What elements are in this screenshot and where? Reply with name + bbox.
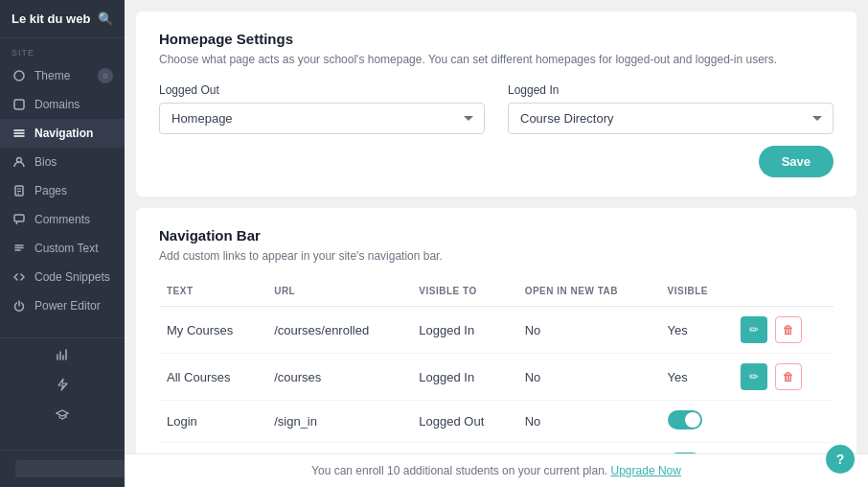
sidebar-item-label: Theme	[34, 69, 70, 82]
cell-open-new-tab: No	[517, 443, 660, 454]
svg-rect-4	[14, 215, 24, 221]
sidebar-item-comments[interactable]: Comments	[0, 205, 125, 234]
save-row: Save	[159, 146, 834, 177]
col-open-in-new-tab: OPEN IN NEW TAB	[517, 280, 660, 307]
logged-in-select[interactable]: Course Directory	[508, 103, 834, 134]
col-text: TEXT	[159, 280, 266, 307]
sidebar-item-label: Pages	[34, 184, 67, 197]
cell-actions	[733, 401, 834, 443]
table-body: My Courses /courses/enrolled Logged In N…	[159, 307, 834, 454]
cell-text: All Courses	[159, 354, 266, 401]
col-url: URL	[266, 280, 411, 307]
homepage-settings-desc: Choose what page acts as your school's h…	[159, 51, 834, 68]
save-button[interactable]: Save	[759, 146, 834, 177]
edit-button[interactable]: ✏	[741, 363, 767, 390]
cell-visible-to: Logged Out	[411, 401, 516, 443]
cell-actions	[733, 443, 834, 454]
logo-text: Le kit du web	[11, 12, 90, 26]
sidebar-item-label: Bios	[34, 155, 57, 169]
logged-out-label: Logged Out	[159, 83, 485, 97]
navigation-bar-card: Navigation Bar Add custom links to appea…	[136, 208, 857, 453]
delete-button[interactable]: 🗑	[775, 363, 802, 390]
cell-open-new-tab: No	[517, 401, 660, 443]
sidebar-item-label: Comments	[34, 213, 90, 226]
cell-url: /courses	[266, 354, 411, 401]
search-icon[interactable]: 🔍	[98, 12, 113, 26]
cell-visible-to: Logged Out	[411, 443, 516, 454]
table-row: Sign Up /sign_up Logged Out No	[159, 443, 834, 454]
cell-visible: Yes	[660, 307, 734, 354]
sidebar-item-theme[interactable]: Theme ○	[0, 61, 125, 90]
main-area: Homepage Settings Choose what page acts …	[125, 0, 868, 487]
bios-icon	[11, 154, 27, 170]
cell-url: /courses/enrolled	[266, 307, 411, 354]
cell-url: /sign_in	[266, 401, 411, 443]
upgrade-link[interactable]: Upgrade Now	[611, 464, 681, 477]
sidebar-item-domains[interactable]: Domains	[0, 90, 125, 119]
sidebar-item-power-editor[interactable]: Power Editor	[0, 291, 125, 320]
cell-visible-to: Logged In	[411, 307, 516, 354]
homepage-grid: Logged Out Homepage Logged In Course Dir…	[159, 83, 834, 134]
cell-actions: ✏ 🗑	[733, 307, 834, 354]
cell-text: Login	[159, 401, 266, 443]
code-snippets-icon	[11, 269, 27, 285]
edit-button[interactable]: ✏	[741, 316, 767, 343]
sidebar-item-navigation[interactable]: Navigation	[0, 119, 125, 148]
cell-visible: Yes	[660, 354, 734, 401]
homepage-settings-title: Homepage Settings	[159, 31, 834, 47]
sidebar-item-bios[interactable]: Bios	[0, 148, 125, 176]
sidebar-item-custom-text[interactable]: Custom Text	[0, 234, 125, 263]
cell-toggle[interactable]	[660, 401, 734, 443]
sidebar-item-label: Power Editor	[34, 299, 101, 313]
cell-url: /sign_up	[266, 443, 411, 454]
graduate-icon[interactable]	[56, 407, 69, 424]
sidebar-item-pages[interactable]: Pages	[0, 176, 125, 205]
logged-in-label: Logged In	[508, 83, 834, 97]
homepage-settings-card: Homepage Settings Choose what page acts …	[136, 12, 857, 197]
sidebar: Le kit du web 🔍 SITE Theme ○ Domains Nav…	[0, 0, 125, 487]
sidebar-item-code-snippets[interactable]: Code Snippets	[0, 263, 125, 291]
cell-open-new-tab: No	[517, 354, 660, 401]
cell-actions: ✏ 🗑	[733, 354, 834, 401]
delete-button[interactable]: 🗑	[775, 316, 802, 343]
col-visible: VISIBLE	[660, 280, 734, 307]
table-header: TEXT URL VISIBLE TO OPEN IN NEW TAB VISI…	[159, 280, 834, 307]
table-row: Login /sign_in Logged Out No	[159, 401, 834, 443]
custom-text-icon	[11, 241, 27, 256]
power-editor-icon	[11, 298, 27, 313]
chart-icon[interactable]	[56, 348, 69, 364]
theme-icon	[11, 68, 27, 83]
cell-open-new-tab: No	[517, 307, 660, 354]
sidebar-item-label: Domains	[34, 98, 80, 111]
cell-text: Sign Up	[159, 443, 266, 454]
navigation-table: TEXT URL VISIBLE TO OPEN IN NEW TAB VISI…	[159, 280, 834, 453]
content-area: Homepage Settings Choose what page acts …	[125, 0, 868, 453]
sidebar-item-label: Navigation	[34, 127, 93, 140]
visible-toggle[interactable]	[668, 410, 702, 429]
cell-visible-to: Logged In	[411, 354, 516, 401]
navigation-bar-title: Navigation Bar	[159, 227, 834, 244]
sidebar-item-label: Custom Text	[34, 242, 98, 255]
col-visible-to: VISIBLE TO	[411, 280, 516, 307]
table-row: All Courses /courses Logged In No Yes ✏ …	[159, 354, 834, 401]
bottom-bar: You can enroll 10 additional students on…	[125, 453, 868, 487]
sidebar-logo[interactable]: Le kit du web 🔍	[0, 0, 125, 38]
comments-icon	[11, 212, 27, 227]
lightning-icon[interactable]	[56, 378, 69, 394]
logged-out-select[interactable]: Homepage	[159, 103, 485, 134]
help-button[interactable]: ?	[826, 445, 855, 474]
col-actions	[733, 280, 834, 307]
cell-text: My Courses	[159, 307, 266, 354]
sidebar-item-label: Code Snippets	[34, 270, 110, 284]
bottom-bar-text: You can enroll 10 additional students on…	[311, 464, 607, 477]
logged-in-group: Logged In Course Directory	[508, 83, 834, 134]
pages-icon	[11, 183, 27, 198]
svg-point-0	[14, 71, 24, 81]
visible-toggle[interactable]	[668, 452, 702, 453]
logged-out-group: Logged Out Homepage	[159, 83, 485, 134]
table-row: My Courses /courses/enrolled Logged In N…	[159, 307, 834, 354]
user-row: ⋯	[0, 450, 125, 487]
cell-toggle[interactable]	[660, 443, 734, 454]
domains-icon	[11, 97, 27, 112]
svg-rect-1	[14, 100, 24, 109]
